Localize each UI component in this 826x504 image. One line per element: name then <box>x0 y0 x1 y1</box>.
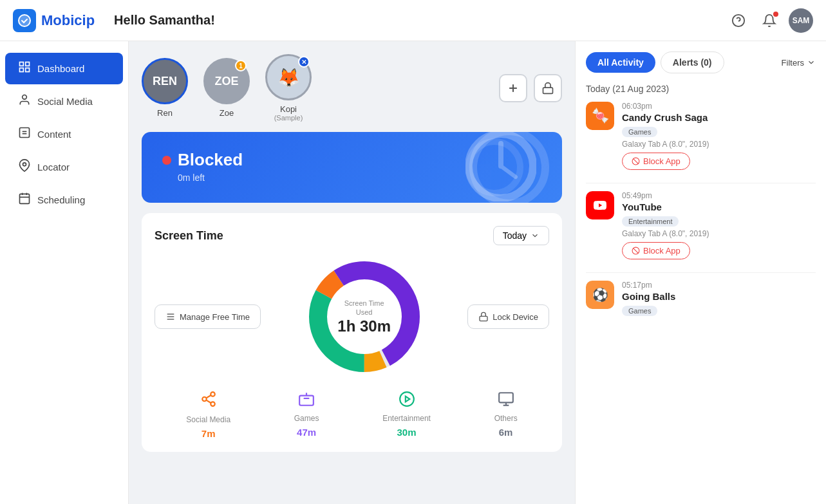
activity-item-youtube: 05:49pm YouTube Entertainment Galaxy Tab… <box>586 191 816 259</box>
svg-rect-5 <box>20 68 24 72</box>
locator-icon <box>18 159 31 175</box>
candy-crush-info: 06:03pm Candy Crush Saga Games Galaxy Ta… <box>622 102 816 170</box>
donut-time: 1h 30m <box>337 317 391 335</box>
tab-alerts[interactable]: Alerts (0) <box>661 51 724 73</box>
social-media-icon <box>18 93 31 109</box>
today-filter-button[interactable]: Today <box>493 226 549 245</box>
blocked-banner: Blocked 0m left <box>142 132 562 203</box>
svg-point-19 <box>469 134 533 198</box>
svg-rect-39 <box>499 393 513 402</box>
candy-crush-name: Candy Crush Saga <box>622 112 816 123</box>
games-cat-icon <box>298 391 315 410</box>
svg-point-11 <box>23 163 26 166</box>
notification-badge <box>772 10 780 18</box>
screen-time-title: Screen Time <box>155 229 223 243</box>
social-media-cat-icon <box>200 391 217 411</box>
category-social-media: Social Media 7m <box>186 391 230 439</box>
entertainment-cat-time: 30m <box>397 427 417 438</box>
user-avatar-button[interactable]: SAM <box>789 8 813 33</box>
page-greeting: Hello Samantha! <box>114 13 727 28</box>
ren-avatar: REN <box>142 58 188 104</box>
help-button[interactable] <box>727 9 750 32</box>
manage-free-time-button[interactable]: Manage Free Time <box>155 304 261 329</box>
notifications-button[interactable] <box>758 9 781 32</box>
zoe-initials: ZOE <box>214 75 238 88</box>
games-cat-name: Games <box>294 414 319 423</box>
block-app-candy-crush-button[interactable]: Block App <box>622 153 690 170</box>
others-cat-icon <box>498 391 514 410</box>
sidebar-item-locator[interactable]: Locator <box>5 151 123 183</box>
going-balls-icon: ⚽ <box>586 281 614 309</box>
going-balls-info: 05:17pm Going Balls Games <box>622 281 816 319</box>
profile-zoe[interactable]: ZOE 1 Zoe <box>203 58 250 118</box>
filters-button[interactable]: Filters <box>782 58 816 68</box>
youtube-time: 05:49pm <box>622 191 816 200</box>
sidebar: Dashboard Social Media Content Locator <box>0 41 129 504</box>
today-filter-label: Today <box>503 230 527 241</box>
youtube-name: YouTube <box>622 201 816 212</box>
block-app-candy-crush-label: Block App <box>643 156 681 166</box>
sidebar-item-social-media[interactable]: Social Media <box>5 86 123 117</box>
candy-crush-tag: Games <box>622 127 657 137</box>
svg-rect-4 <box>26 62 30 66</box>
candy-crush-device: Galaxy Tab A (8.0", 2019) <box>622 140 816 149</box>
going-balls-name: Going Balls <box>622 291 816 302</box>
going-balls-tag: Games <box>622 306 657 316</box>
sidebar-content-label: Content <box>37 129 71 140</box>
chart-area: Manage Free Time <box>155 256 549 378</box>
sidebar-item-content[interactable]: Content <box>5 118 123 150</box>
sidebar-item-dashboard[interactable]: Dashboard <box>5 53 123 84</box>
donut-label: Screen TimeUsed <box>337 299 391 317</box>
category-entertainment: Entertainment 30m <box>382 391 431 439</box>
games-cat-time: 47m <box>297 427 316 438</box>
profiles-actions <box>499 74 562 102</box>
filters-label: Filters <box>782 58 804 68</box>
donut-chart: Screen TimeUsed 1h 30m <box>303 256 426 378</box>
app-wrapper: Mobicip Hello Samantha! SAM Dashboard <box>0 0 826 504</box>
sidebar-item-scheduling[interactable]: Scheduling <box>5 184 123 216</box>
content-icon <box>18 126 31 142</box>
lock-device-button[interactable]: Lock Device <box>467 304 549 329</box>
lock-device-label: Lock Device <box>493 312 538 322</box>
kopi-avatar: 🦊 ✕ <box>265 54 312 100</box>
scheduling-icon <box>18 192 31 208</box>
profiles-row: REN Ren ZOE 1 Zoe 🦊 ✕ <box>142 54 562 122</box>
manage-free-time-label: Manage Free Time <box>180 312 250 322</box>
youtube-device: Galaxy Tab A (8.0", 2019) <box>622 229 816 238</box>
logo: Mobicip <box>13 9 95 32</box>
tab-all-activity[interactable]: All Activity <box>586 52 655 73</box>
svg-rect-30 <box>480 316 487 321</box>
donut-center: Screen TimeUsed 1h 30m <box>337 299 391 335</box>
sidebar-scheduling-label: Scheduling <box>37 194 85 205</box>
logo-text: Mobicip <box>41 12 95 29</box>
kopi-name: Kopi <box>280 104 297 114</box>
social-media-cat-time: 7m <box>202 428 216 439</box>
entertainment-cat-name: Entertainment <box>382 414 431 423</box>
profile-ren[interactable]: REN Ren <box>142 58 188 118</box>
svg-point-37 <box>400 392 414 406</box>
dashboard-icon <box>18 61 31 77</box>
profile-kopi[interactable]: 🦊 ✕ Kopi (Sample) <box>265 54 312 122</box>
top-icons: SAM <box>727 8 813 33</box>
lock-button[interactable] <box>534 74 562 102</box>
kopi-emoji: 🦊 <box>277 67 300 88</box>
svg-point-31 <box>211 392 215 397</box>
activity-tabs: All Activity Alerts (0) Filters <box>586 51 816 73</box>
youtube-tag: Entertainment <box>622 216 679 227</box>
social-media-cat-name: Social Media <box>186 415 230 424</box>
others-cat-time: 6m <box>499 427 513 438</box>
blocked-title: Blocked <box>162 150 541 170</box>
zoe-avatar: ZOE 1 <box>203 58 250 104</box>
blocked-time-left: 0m left <box>178 173 541 183</box>
category-games: Games 47m <box>294 391 319 439</box>
categories-row: Social Media 7m Games 47m <box>155 391 549 439</box>
divider-2 <box>586 272 816 273</box>
svg-point-33 <box>211 402 215 406</box>
right-panel: All Activity Alerts (0) Filters Today (2… <box>575 41 826 504</box>
main-area: Dashboard Social Media Content Locator <box>0 41 826 504</box>
svg-line-35 <box>206 395 211 398</box>
add-profile-button[interactable] <box>499 74 527 102</box>
svg-line-45 <box>634 248 639 254</box>
others-cat-name: Others <box>494 414 518 423</box>
block-app-youtube-button[interactable]: Block App <box>622 242 690 259</box>
